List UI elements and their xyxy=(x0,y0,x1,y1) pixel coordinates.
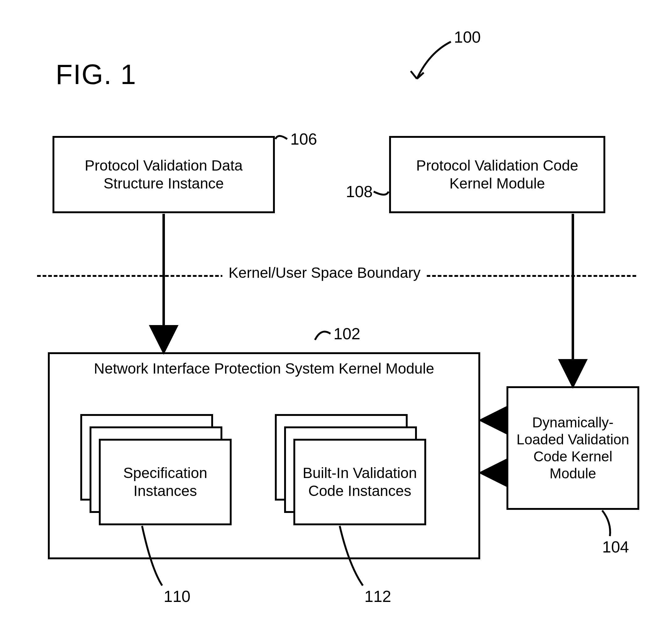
boundary-label: Kernel/User Space Boundary xyxy=(222,264,427,281)
ref-106: 106 xyxy=(290,130,317,148)
box-pvds: Protocol Validation Data Structure Insta… xyxy=(52,136,275,213)
box-pvckm: Protocol Validation Code Kernel Module xyxy=(389,136,605,213)
box-dlvc: Dynamically-Loaded Validation Code Kerne… xyxy=(507,386,639,510)
box-dlvc-label: Dynamically-Loaded Validation Code Kerne… xyxy=(508,388,637,508)
ref-104: 104 xyxy=(602,537,629,556)
ref-100: 100 xyxy=(454,28,481,46)
figure-title: FIG. 1 xyxy=(55,59,137,91)
box-spec-label: Specification Instances xyxy=(101,441,230,524)
ref-108: 108 xyxy=(346,182,373,201)
box-builtin: Built-In Validation Code Instances xyxy=(293,439,426,525)
box-pvds-label: Protocol Validation Data Structure Insta… xyxy=(54,138,273,211)
ref-102: 102 xyxy=(334,325,361,343)
box-builtin-label: Built-In Validation Code Instances xyxy=(295,441,424,524)
ref-110: 110 xyxy=(164,587,191,606)
box-spec: Specification Instances xyxy=(99,439,231,525)
ref-112: 112 xyxy=(364,587,391,606)
box-nips-label: Network Interface Protection System Kern… xyxy=(55,360,473,377)
figure-canvas: FIG. 1 100 Protocol Validation Data Stru… xyxy=(0,0,672,639)
box-pvckm-label: Protocol Validation Code Kernel Module xyxy=(391,138,604,211)
